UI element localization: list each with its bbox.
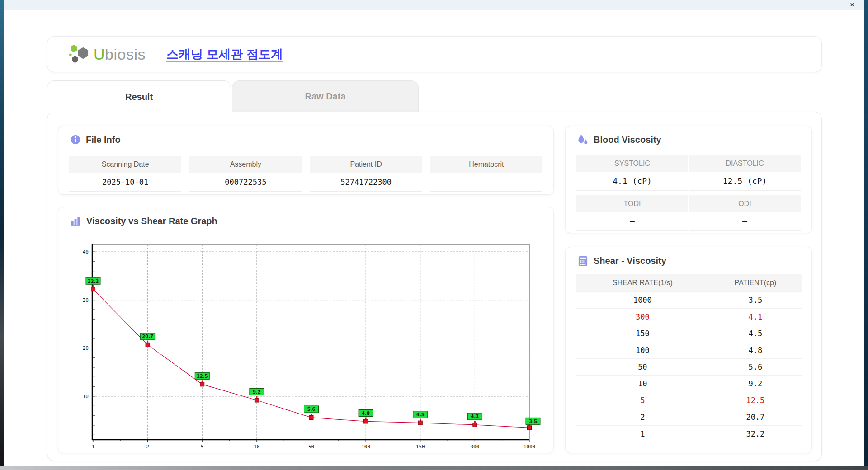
field-value: 000722535 <box>189 173 302 192</box>
svg-text:12.5: 12.5 <box>197 374 208 379</box>
graph-title-text: Viscosity vs Shear Rate Graph <box>86 216 217 226</box>
shear-rate-cell: 100 <box>576 342 709 358</box>
svg-text:50: 50 <box>308 444 314 450</box>
diastolic-value: 12.5 (cP) <box>689 172 801 191</box>
patient-cell: 4.1 <box>709 308 802 325</box>
svg-text:32.2: 32.2 <box>88 279 99 284</box>
field-value: 52741722300 <box>310 173 422 192</box>
svg-text:5.6: 5.6 <box>307 407 316 412</box>
shear-viscosity-card: Shear - Viscosity SHEAR RATE(1/s) PATIEN… <box>565 247 812 453</box>
patient-cell: 4.8 <box>709 342 802 358</box>
shear-row: 1004.8 <box>576 342 802 358</box>
svg-text:30: 30 <box>83 297 89 303</box>
svg-text:1000: 1000 <box>524 444 536 450</box>
window-titlebar: × <box>4 0 864 10</box>
todi-value: – <box>576 212 688 231</box>
patient-cell: 9.2 <box>709 375 802 392</box>
header-card: Ubiosis 스캐닝 모세관 점도계 <box>47 36 822 72</box>
systolic-value: 4.1 (cP) <box>576 172 688 191</box>
svg-text:5: 5 <box>201 444 204 450</box>
shear-rate-cell: 300 <box>576 308 709 325</box>
field-patient-id: Patient ID 52741722300 <box>310 156 422 192</box>
shear-viscosity-table: SHEAR RATE(1/s) PATIENT(cp) 10003.5 3004… <box>576 274 802 442</box>
blood-viscosity-card: Blood Viscosity SYSTOLIC DIASTOLIC 4.1 (… <box>565 126 812 233</box>
svg-text:300: 300 <box>470 444 479 450</box>
tab-result[interactable]: Result <box>47 80 231 113</box>
shear-row: 220.7 <box>576 409 802 425</box>
field-label: Hematocrit <box>430 156 542 173</box>
shear-rate-cell: 1 <box>576 425 709 442</box>
svg-text:9.2: 9.2 <box>253 390 261 395</box>
svg-text:2: 2 <box>146 444 149 450</box>
field-assembly: Assembly 000722535 <box>189 156 302 192</box>
shear-row: 109.2 <box>576 375 802 392</box>
odi-label: ODI <box>689 195 801 212</box>
svg-text:20.7: 20.7 <box>142 334 153 339</box>
blood-viscosity-title: Blood Viscosity <box>577 134 661 146</box>
shear-row: 512.5 <box>576 392 802 409</box>
svg-text:4.1: 4.1 <box>471 414 479 419</box>
svg-text:20: 20 <box>83 345 89 351</box>
shear-viscosity-title-text: Shear - Viscosity <box>594 256 666 266</box>
systolic-label: SYSTOLIC <box>576 155 688 172</box>
field-label: Assembly <box>189 156 302 173</box>
svg-text:40: 40 <box>83 249 89 255</box>
svg-text:3.5: 3.5 <box>529 419 537 424</box>
graph-title: Viscosity vs Shear Rate Graph <box>70 216 217 227</box>
shear-row: 505.6 <box>576 358 802 375</box>
shear-row: 1504.5 <box>576 325 802 342</box>
file-info-title: File Info <box>70 134 121 145</box>
diastolic-label: DIASTOLIC <box>689 155 801 172</box>
svg-text:10: 10 <box>83 394 89 400</box>
shear-rate-cell: 50 <box>576 358 709 375</box>
viscosity-shear-chart: 102030401251050100150300100032.220.712.5… <box>72 240 542 452</box>
logo-text-u: U <box>94 46 105 63</box>
svg-text:4.5: 4.5 <box>416 412 425 417</box>
logo-text-rest: biosis <box>105 46 146 63</box>
shear-row: 3004.1 <box>576 308 802 325</box>
todi-label: TODI <box>576 195 688 212</box>
col-patient: PATIENT(cp) <box>709 274 802 291</box>
tab-raw-data[interactable]: Raw Data <box>232 80 419 112</box>
droplets-icon <box>577 134 589 146</box>
shear-row: 10003.5 <box>576 291 802 308</box>
page-title: 스캐닝 모세관 점도계 <box>166 46 283 62</box>
shear-rate-cell: 1000 <box>576 291 709 308</box>
shear-viscosity-title: Shear - Viscosity <box>577 255 666 267</box>
svg-text:100: 100 <box>361 444 370 450</box>
file-info-fields: Scanning Date 2025-10-01 Assembly 000722… <box>69 156 542 192</box>
app-window: × Ubiosis 스캐닝 모세관 점도계 Result Raw Data Fi… <box>0 0 868 470</box>
desktop-edge-right <box>864 0 868 470</box>
calculator-icon <box>577 255 589 267</box>
patient-cell: 20.7 <box>709 409 802 425</box>
odi-value: – <box>689 212 801 231</box>
field-label: Patient ID <box>310 156 422 173</box>
svg-text:150: 150 <box>416 444 425 450</box>
patient-cell: 32.2 <box>709 425 802 442</box>
close-icon[interactable]: × <box>850 0 854 10</box>
blood-viscosity-title-text: Blood Viscosity <box>594 135 661 145</box>
ubiosis-logo: Ubiosis <box>68 44 146 65</box>
shear-rate-cell: 2 <box>576 409 709 425</box>
field-hematocrit: Hematocrit <box>430 156 542 192</box>
field-value <box>430 173 542 192</box>
ubiosis-logo-icon <box>68 44 90 65</box>
file-info-card: File Info Scanning Date 2025-10-01 Assem… <box>58 126 554 195</box>
patient-cell: 5.6 <box>709 358 802 375</box>
field-value: 2025-10-01 <box>69 173 181 192</box>
taskbar-strip <box>0 466 868 470</box>
shear-row: 132.2 <box>576 425 802 442</box>
col-shear-rate: SHEAR RATE(1/s) <box>576 274 709 291</box>
file-info-title-text: File Info <box>86 135 121 145</box>
svg-text:4.8: 4.8 <box>362 411 370 416</box>
shear-rate-cell: 10 <box>576 375 709 392</box>
patient-cell: 3.5 <box>709 291 802 308</box>
field-label: Scanning Date <box>69 156 181 173</box>
bar-chart-icon <box>70 216 81 227</box>
desktop-edge-left <box>0 0 4 470</box>
spacer <box>576 191 801 195</box>
field-scanning-date: Scanning Date 2025-10-01 <box>69 156 181 192</box>
graph-card: Viscosity vs Shear Rate Graph 1020304012… <box>58 207 554 453</box>
patient-cell: 12.5 <box>709 392 802 409</box>
svg-text:10: 10 <box>254 444 259 450</box>
